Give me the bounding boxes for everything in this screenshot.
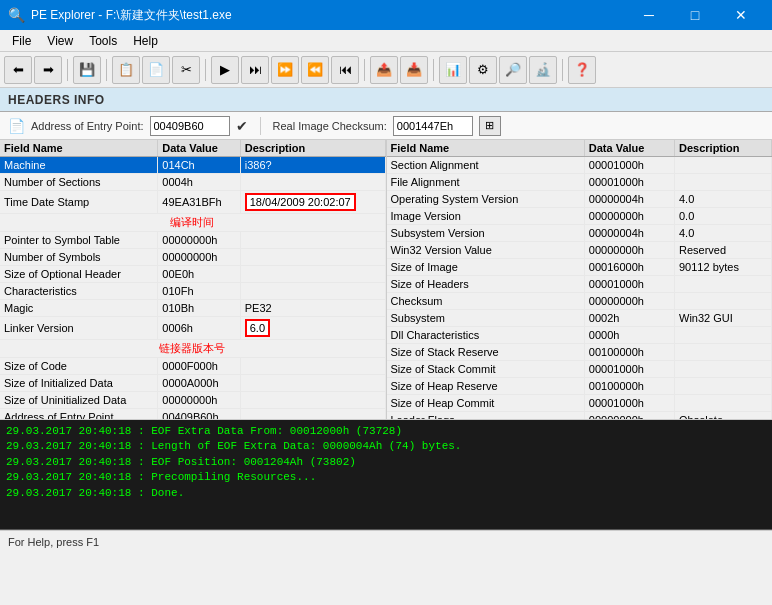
data-value-cell: 0000A000h [158,375,240,392]
menu-item-file[interactable]: File [4,32,39,50]
description-cell: i386? [240,157,385,174]
settings-button[interactable]: ⚙ [469,56,497,84]
data-value-cell: 00000000h [158,392,240,409]
paste-button[interactable]: 📄 [142,56,170,84]
menu-item-help[interactable]: Help [125,32,166,50]
table-row[interactable]: Address of Entry Point00409B60h [0,409,385,420]
data-value-cell: 00016000h [584,259,674,276]
maximize-button[interactable]: □ [672,0,718,30]
table-row[interactable]: Size of Uninitialized Data00000000h [0,392,385,409]
table-row[interactable]: Characteristics010Fh [0,283,385,300]
table-row[interactable]: Operating System Version00000004h4.0 [387,191,772,208]
data-value-cell: 00000000h [584,293,674,310]
stop-button[interactable]: ⏮ [331,56,359,84]
save-button[interactable]: 💾 [73,56,101,84]
data-value-cell: 00000000h [158,249,240,266]
scan2-button[interactable]: 🔬 [529,56,557,84]
table-row[interactable]: Size of Headers00001000h [387,276,772,293]
entry-point-input[interactable] [150,116,230,136]
copy-button[interactable]: 📋 [112,56,140,84]
description-cell: Reserved [675,242,772,259]
annotation-text: 编译时间 [0,214,385,232]
description-cell [675,361,772,378]
toolbar: ⬅ ➡ 💾 📋 📄 ✂ ▶ ⏭ ⏩ ⏪ ⏮ 📤 📥 📊 ⚙ 🔎 🔬 ❓ [0,52,772,88]
scan-button[interactable]: 🔎 [499,56,527,84]
table-row[interactable]: Size of Stack Commit00001000h [387,361,772,378]
description-cell: Obsolete [675,412,772,420]
data-value-cell: 010Bh [158,300,240,317]
data-value-cell: 0000h [584,327,674,344]
step-over-button[interactable]: ⏭ [241,56,269,84]
field-name-cell: Size of Heap Commit [387,395,585,412]
data-value-cell: 00000000h [584,412,674,420]
table-row[interactable]: Checksum00000000h [387,293,772,310]
table-row[interactable]: Magic010BhPE32 [0,300,385,317]
table-row[interactable]: Subsystem Version00000004h4.0 [387,225,772,242]
field-name-cell: Section Alignment [387,157,585,174]
table-row[interactable]: Size of Image00016000h90112 bytes [387,259,772,276]
headers-info-bar: HEADERS INFO [0,88,772,112]
data-value-cell: 00000000h [584,208,674,225]
description-cell: 4.0 [675,191,772,208]
data-value-cell: 010Fh [158,283,240,300]
table-row[interactable]: Image Version00000000h0.0 [387,208,772,225]
table-row[interactable]: Machine014Chi386? [0,157,385,174]
table-row[interactable]: Linker Version0006h6.0 [0,317,385,340]
run-button[interactable]: ▶ [211,56,239,84]
log-panel: 29.03.2017 20:40:18 : EOF Extra Data Fro… [0,420,772,530]
back-button[interactable]: ⬅ [4,56,32,84]
left-col-field: Field Name [0,140,158,157]
field-name-cell: Size of Stack Commit [387,361,585,378]
help-button[interactable]: ❓ [568,56,596,84]
export-button[interactable]: 📤 [370,56,398,84]
description-cell [675,344,772,361]
table-row[interactable]: Dll Characteristics0000h [387,327,772,344]
menu-bar: FileViewToolsHelp [0,30,772,52]
checkmark-icon[interactable]: ✔ [236,118,248,134]
menu-item-tools[interactable]: Tools [81,32,125,50]
data-value-cell: 00000004h [584,191,674,208]
field-name-cell: Characteristics [0,283,158,300]
description-cell [675,276,772,293]
description-cell: Win32 GUI [675,310,772,327]
import-button[interactable]: 📥 [400,56,428,84]
step-out-button[interactable]: ⏪ [301,56,329,84]
left-col-value: Data Value [158,140,240,157]
field-name-cell: Operating System Version [387,191,585,208]
table-row[interactable]: Loader Flags00000000hObsolete [387,412,772,420]
checksum-label: Real Image Checksum: [273,120,387,132]
table-row[interactable]: Size of Optional Header00E0h [0,266,385,283]
table-row[interactable]: Subsystem0002hWin32 GUI [387,310,772,327]
table-row[interactable]: Section Alignment00001000h [387,157,772,174]
table-row[interactable]: Win32 Version Value00000000hReserved [387,242,772,259]
calc-checksum-button[interactable]: ⊞ [479,116,501,136]
description-cell [675,327,772,344]
description-cell [675,157,772,174]
checksum-input[interactable] [393,116,473,136]
menu-item-view[interactable]: View [39,32,81,50]
field-name-cell: Magic [0,300,158,317]
table-row[interactable]: Time Date Stamp49EA31BFh18/04/2009 20:02… [0,191,385,214]
data-value-cell: 00001000h [584,174,674,191]
table-row[interactable]: File Alignment00001000h [387,174,772,191]
table-row[interactable]: Number of Sections0004h [0,174,385,191]
chart-button[interactable]: 📊 [439,56,467,84]
table-row[interactable]: Size of Stack Reserve00100000h [387,344,772,361]
cut-button[interactable]: ✂ [172,56,200,84]
table-row[interactable]: Number of Symbols00000000h [0,249,385,266]
data-value-cell: 00001000h [584,361,674,378]
step-in-button[interactable]: ⏩ [271,56,299,84]
status-text: For Help, press F1 [8,536,99,548]
field-name-cell: Size of Stack Reserve [387,344,585,361]
table-row[interactable]: Size of Initialized Data0000A000h [0,375,385,392]
table-row[interactable]: Pointer to Symbol Table00000000h [0,232,385,249]
window-title: PE Explorer - F:\新建文件夹\test1.exe [31,7,232,24]
table-row[interactable]: Size of Heap Commit00001000h [387,395,772,412]
close-button[interactable]: ✕ [718,0,764,30]
entry-point-bar: 📄 Address of Entry Point: ✔ Real Image C… [0,112,772,140]
forward-button[interactable]: ➡ [34,56,62,84]
table-row[interactable]: Size of Heap Reserve00100000h [387,378,772,395]
minimize-button[interactable]: ─ [626,0,672,30]
table-row[interactable]: Size of Code0000F000h [0,358,385,375]
field-name-cell: Linker Version [0,317,158,340]
